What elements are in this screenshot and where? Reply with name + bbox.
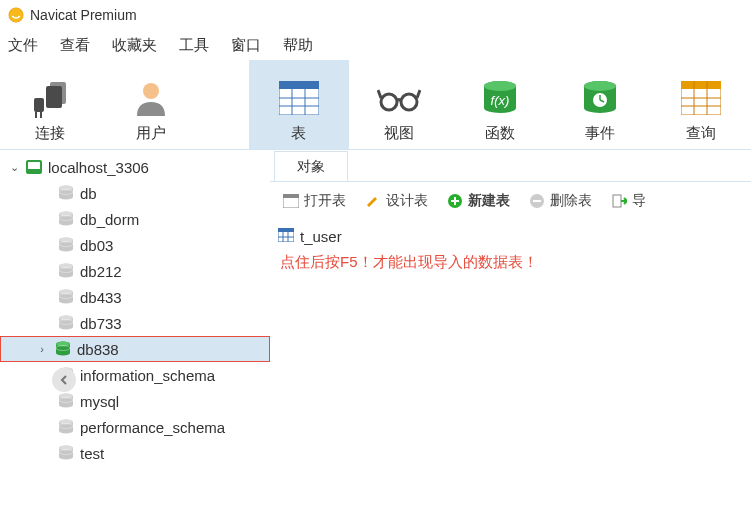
table-small-icon xyxy=(278,228,294,245)
tool-table[interactable]: 表 xyxy=(249,60,349,149)
database-icon xyxy=(56,184,76,202)
btn-design-table-label: 设计表 xyxy=(386,192,428,210)
tool-connect[interactable]: 连接 xyxy=(0,60,100,149)
svg-line-16 xyxy=(378,90,381,98)
open-table-icon xyxy=(282,192,300,210)
object-row[interactable]: t_user xyxy=(278,224,743,248)
tree-item[interactable]: db_dorm xyxy=(0,206,270,232)
main-area: ⌄ localhost_3306 dbdb_dormdb03db212db433… xyxy=(0,150,751,510)
tree-item[interactable]: db433 xyxy=(0,284,270,310)
tool-function-label: 函数 xyxy=(485,124,515,143)
tree-item-label: db838 xyxy=(77,341,119,358)
btn-delete-table[interactable]: 删除表 xyxy=(522,192,598,210)
right-panel: 对象 打开表 设计表 新建表 删除表 导 xyxy=(270,150,751,510)
svg-rect-4 xyxy=(34,98,44,112)
tree-item-label: db_dorm xyxy=(80,211,139,228)
glasses-icon xyxy=(375,76,423,120)
tree-item[interactable]: db03 xyxy=(0,232,270,258)
tree-item-label: db xyxy=(80,185,97,202)
user-icon xyxy=(127,76,175,120)
query-icon xyxy=(677,76,725,120)
tree-item-label: db433 xyxy=(80,289,122,306)
svg-point-7 xyxy=(143,83,159,99)
tool-view-label: 视图 xyxy=(384,124,414,143)
menu-file[interactable]: 文件 xyxy=(8,36,38,55)
tab-objects[interactable]: 对象 xyxy=(274,151,348,181)
tool-user-label: 用户 xyxy=(136,124,166,143)
tree-item[interactable]: performance_schema xyxy=(0,414,270,440)
plus-icon xyxy=(446,192,464,210)
import-icon xyxy=(610,192,628,210)
menu-bar: 文件 查看 收藏夹 工具 窗口 帮助 xyxy=(0,30,751,60)
tree-item-label: performance_schema xyxy=(80,419,225,436)
chevron-down-icon[interactable]: ⌄ xyxy=(8,161,20,174)
database-icon xyxy=(56,392,76,410)
tool-event-label: 事件 xyxy=(585,124,615,143)
title-bar: Navicat Premium xyxy=(0,0,751,30)
tree-item[interactable]: db xyxy=(0,180,270,206)
tree-item-label: test xyxy=(80,445,104,462)
tree-item-label: db03 xyxy=(80,237,113,254)
svg-rect-33 xyxy=(28,162,40,169)
btn-new-table[interactable]: 新建表 xyxy=(440,192,516,210)
plug-icon xyxy=(26,76,74,120)
main-toolbar: 连接 用户 表 视图 f(x) 函数 事件 查询 xyxy=(0,60,751,150)
object-name: t_user xyxy=(300,228,342,245)
app-icon xyxy=(8,7,24,23)
annotation-text: 点住后按F5！才能出现导入的数据表！ xyxy=(280,253,538,272)
menu-view[interactable]: 查看 xyxy=(60,36,90,55)
design-table-icon xyxy=(364,192,382,210)
tool-view[interactable]: 视图 xyxy=(349,60,449,149)
svg-text:f(x): f(x) xyxy=(490,93,509,108)
btn-import[interactable]: 导 xyxy=(604,192,652,210)
menu-favorites[interactable]: 收藏夹 xyxy=(112,36,157,55)
database-icon xyxy=(56,314,76,332)
svg-point-19 xyxy=(484,81,516,91)
chevron-right-icon[interactable]: › xyxy=(35,343,49,355)
tab-strip: 对象 xyxy=(270,150,751,182)
database-icon xyxy=(53,340,73,358)
svg-point-1 xyxy=(9,8,23,22)
delete-icon xyxy=(528,192,546,210)
menu-help[interactable]: 帮助 xyxy=(283,36,313,55)
tool-function[interactable]: f(x) 函数 xyxy=(450,60,550,149)
object-list: t_user xyxy=(270,220,751,252)
svg-rect-76 xyxy=(278,228,294,232)
window-title: Navicat Premium xyxy=(30,7,137,23)
svg-point-15 xyxy=(401,94,417,110)
connection-icon xyxy=(24,158,44,176)
tree-item-label: information_schema xyxy=(80,367,215,384)
btn-delete-table-label: 删除表 xyxy=(550,192,592,210)
back-button[interactable] xyxy=(52,368,76,392)
menu-tools[interactable]: 工具 xyxy=(179,36,209,55)
object-toolbar: 打开表 设计表 新建表 删除表 导 xyxy=(270,182,751,220)
svg-point-22 xyxy=(584,81,616,91)
svg-point-14 xyxy=(381,94,397,110)
svg-rect-3 xyxy=(46,86,62,108)
database-icon xyxy=(56,210,76,228)
database-icon xyxy=(56,262,76,280)
svg-rect-68 xyxy=(283,194,299,198)
svg-rect-74 xyxy=(613,195,621,207)
tab-objects-label: 对象 xyxy=(297,158,325,176)
tool-table-label: 表 xyxy=(291,124,306,143)
btn-open-table[interactable]: 打开表 xyxy=(276,192,352,210)
function-icon: f(x) xyxy=(476,76,524,120)
tree-item[interactable]: db733 xyxy=(0,310,270,336)
tree-item[interactable]: test xyxy=(0,440,270,466)
tree-item-label: mysql xyxy=(80,393,119,410)
tree-item[interactable]: db212 xyxy=(0,258,270,284)
tool-event[interactable]: 事件 xyxy=(550,60,650,149)
tool-query[interactable]: 查询 xyxy=(651,60,751,149)
menu-window[interactable]: 窗口 xyxy=(231,36,261,55)
tool-connect-label: 连接 xyxy=(35,124,65,143)
database-icon xyxy=(56,236,76,254)
btn-design-table[interactable]: 设计表 xyxy=(358,192,434,210)
connection-tree: ⌄ localhost_3306 dbdb_dormdb03db212db433… xyxy=(0,150,270,510)
tree-item[interactable]: ›db838 xyxy=(0,336,270,362)
event-icon xyxy=(576,76,624,120)
tree-connection[interactable]: ⌄ localhost_3306 xyxy=(0,154,270,180)
btn-open-table-label: 打开表 xyxy=(304,192,346,210)
tool-query-label: 查询 xyxy=(686,124,716,143)
tool-user[interactable]: 用户 xyxy=(100,60,200,149)
